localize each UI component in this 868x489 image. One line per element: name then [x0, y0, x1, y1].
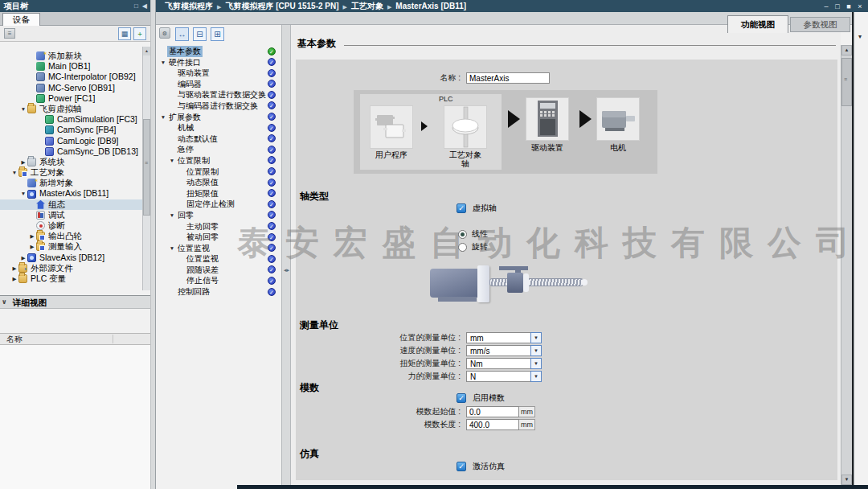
nav-item[interactable]: ▼位置限制✓ [156, 155, 281, 166]
chevron-down-icon[interactable]: ▼ [530, 332, 542, 343]
collapse-panel-icon[interactable]: ◀ [142, 2, 147, 10]
collapse-icon[interactable]: ▼ [10, 167, 18, 178]
chevron-down-icon[interactable]: ▼ [530, 345, 542, 356]
nav-item[interactable]: ▼扩展参数✓ [156, 112, 281, 123]
detail-view-header[interactable]: ∨ 详细视图 [0, 295, 150, 309]
maximize-button[interactable]: ■ [843, 1, 854, 13]
collapse-icon[interactable]: ▼ [168, 210, 176, 221]
nav-item[interactable]: 机械✓ [156, 122, 281, 134]
splitter-grip-icon[interactable]: ◂▸ [284, 266, 289, 273]
breadcrumb-item[interactable]: 工艺对象 [351, 2, 383, 10]
tab-parameter-view[interactable]: 参数视图 [790, 17, 850, 32]
sync-view-icon[interactable]: ↔ [175, 27, 189, 41]
unit-dropdown[interactable]: mm▼ [466, 332, 542, 343]
tree-item[interactable]: MC-Interpolator [OB92] [0, 72, 142, 82]
nav-item[interactable]: 与驱动装置进行数据交换✓ [156, 89, 281, 101]
expand-icon[interactable]: ▶ [19, 157, 27, 167]
nav-splitter[interactable]: ◂▸ [281, 25, 291, 485]
nav-item[interactable]: 急停✓ [156, 144, 281, 155]
tree-item[interactable]: ▼飞剪虚拟轴 [0, 104, 142, 114]
enable-modulo-checkbox[interactable] [457, 393, 466, 403]
tree-item[interactable]: ▶系统块 [0, 157, 142, 167]
collapse-icon[interactable]: ▼ [168, 155, 176, 166]
nav-item[interactable]: ▼位置监视✓ [156, 243, 281, 254]
breadcrumb-item[interactable]: 飞剪模拟程序 [CPU 1515-2 PN] [225, 2, 338, 10]
tree-item[interactable]: ▼工艺对象 [0, 167, 142, 178]
unit-dropdown[interactable]: mm/s▼ [466, 345, 542, 356]
scrollbar-thumb[interactable] [143, 119, 150, 216]
expand-icon[interactable]: ▶ [28, 231, 36, 241]
detail-name-column[interactable]: 名称 [0, 333, 150, 345]
tree-item[interactable]: ▶SlaveAxis [DB12] [0, 253, 142, 263]
collapse-icon[interactable]: ▼ [19, 104, 27, 114]
tree-item[interactable]: CamSimulation [FC3] [0, 114, 142, 125]
tree-item[interactable]: 添加新块 [0, 51, 142, 61]
radio-button[interactable] [458, 243, 467, 252]
nav-item[interactable]: 控制回路✓ [156, 286, 281, 298]
nav-item[interactable]: ▼硬件接口✓ [156, 57, 281, 68]
modulo-value-input[interactable] [466, 419, 519, 430]
tab-function-view[interactable]: 功能视图 [727, 15, 788, 33]
tree-view-icon[interactable]: ≡ [4, 28, 15, 39]
breadcrumb-item[interactable]: MasterAxis [DB11] [395, 2, 466, 10]
chevron-down-icon[interactable]: ▼ [530, 371, 542, 382]
pin-panel-icon[interactable]: □ [134, 2, 138, 10]
tree-item[interactable]: 诊断 [0, 220, 142, 231]
technology-object-icon[interactable]: ⚙ [159, 27, 170, 39]
nav-item[interactable]: 动态限值✓ [156, 177, 281, 188]
expand-all-icon[interactable]: ⊞ [211, 27, 224, 41]
collapse-icon[interactable]: ▼ [159, 112, 167, 123]
collapse-all-icon[interactable]: ⊟ [193, 27, 207, 41]
nav-item[interactable]: 基本参数✓ [156, 46, 281, 57]
expand-icon[interactable]: ▶ [28, 241, 36, 252]
add-column-icon[interactable]: ＋ [133, 27, 146, 40]
scroll-up-icon[interactable]: ▲ [841, 45, 852, 55]
expand-icon[interactable]: ▶ [19, 253, 27, 263]
nav-item[interactable]: ▼回零✓ [156, 210, 281, 221]
nav-item[interactable]: 被动回零✓ [156, 232, 281, 243]
expand-icon[interactable]: ▶ [10, 273, 18, 284]
tree-item[interactable]: Power [FC1] [0, 93, 142, 104]
scroll-down-icon[interactable]: ▼ [841, 475, 852, 485]
activate-simulation-checkbox[interactable] [457, 462, 466, 471]
editor-scrollbar[interactable]: ▲ ▼ [841, 45, 852, 485]
nav-item[interactable]: 固定停止检测✓ [156, 199, 281, 210]
tree-item[interactable]: CamSync_DB [DB13] [0, 146, 142, 157]
tree-item[interactable]: CamSync [FB4] [0, 125, 142, 135]
tree-item[interactable]: 调试 [0, 210, 142, 220]
tree-item[interactable]: ▶PLC 变量 [0, 273, 142, 284]
grid-view-icon[interactable]: ▦ [118, 27, 131, 40]
nav-item[interactable]: 跟随误差✓ [156, 265, 281, 276]
modulo-value-input[interactable] [466, 406, 519, 417]
tree-scrollbar[interactable]: ▲ [142, 47, 150, 290]
selected-radio-button[interactable] [458, 230, 467, 239]
panel-splitter[interactable] [150, 0, 156, 489]
breadcrumb-item[interactable]: 飞剪模拟程序 [165, 2, 213, 10]
scroll-up-icon[interactable]: ▲ [143, 47, 150, 55]
unit-dropdown[interactable]: Nm▼ [466, 358, 542, 369]
tree-item[interactable]: CamLogic [DB9] [0, 136, 142, 146]
tree-item[interactable]: MC-Servo [OB91] [0, 83, 142, 93]
tree-item[interactable]: ▶外部源文件 [0, 263, 142, 273]
nav-item[interactable]: 扭矩限值✓ [156, 188, 281, 199]
tree-item[interactable]: ▶测量输入 [0, 241, 142, 252]
minimize-button[interactable]: – [821, 1, 832, 13]
axis-name-input[interactable] [466, 72, 550, 84]
unit-dropdown[interactable]: N▼ [466, 371, 542, 382]
tree-item[interactable]: Main [OB1] [0, 61, 142, 72]
nav-item[interactable]: 与编码器进行数据交换✓ [156, 101, 281, 112]
tree-item[interactable]: 新增对象 [0, 178, 142, 188]
tab-devices[interactable]: 设备 [2, 13, 40, 26]
expand-icon[interactable]: ▶ [10, 263, 18, 273]
virtual-axis-checkbox[interactable] [457, 203, 466, 213]
collapse-icon[interactable]: ▼ [159, 57, 167, 68]
chevron-down-icon[interactable]: ∨ [2, 296, 7, 309]
tree-item[interactable]: 组态 [0, 199, 142, 210]
nav-item[interactable]: 位置限制✓ [156, 166, 281, 178]
restore-button[interactable]: □ [832, 1, 843, 13]
nav-item[interactable]: 主动回零✓ [156, 221, 281, 232]
collapse-icon[interactable]: ▼ [19, 188, 27, 199]
nav-item[interactable]: 驱动装置✓ [156, 68, 281, 79]
tree-item[interactable]: ▶输出凸轮 [0, 231, 142, 241]
chevron-down-icon[interactable]: ▼ [530, 358, 542, 369]
